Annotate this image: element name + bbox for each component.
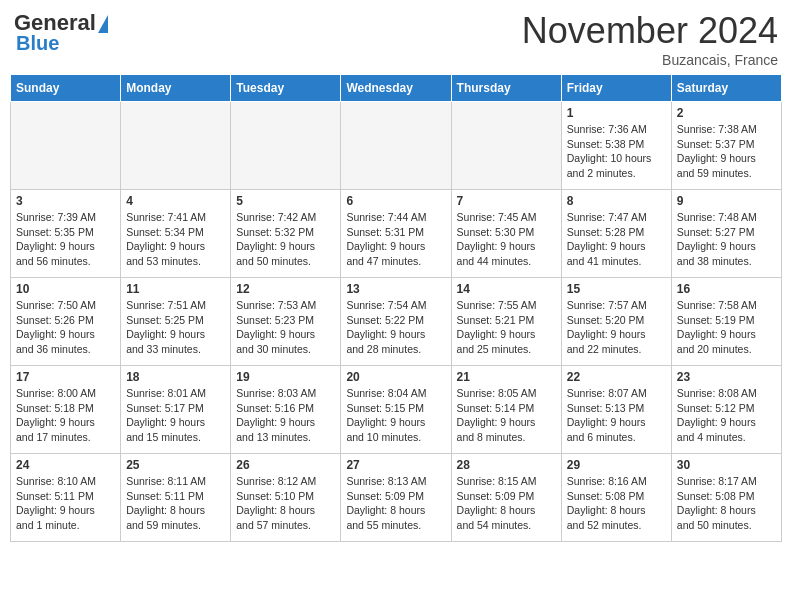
day-number: 25 [126,458,225,472]
header-cell-sunday: Sunday [11,75,121,102]
day-number: 2 [677,106,776,120]
day-info: Sunrise: 8:07 AM Sunset: 5:13 PM Dayligh… [567,386,666,445]
day-info: Sunrise: 7:44 AM Sunset: 5:31 PM Dayligh… [346,210,445,269]
day-number: 1 [567,106,666,120]
day-number: 18 [126,370,225,384]
day-number: 4 [126,194,225,208]
day-info: Sunrise: 8:12 AM Sunset: 5:10 PM Dayligh… [236,474,335,533]
month-title: November 2024 [522,10,778,52]
calendar-cell-0-3 [341,102,451,190]
week-row-1: 1Sunrise: 7:36 AM Sunset: 5:38 PM Daylig… [11,102,782,190]
day-info: Sunrise: 7:48 AM Sunset: 5:27 PM Dayligh… [677,210,776,269]
day-number: 21 [457,370,556,384]
day-info: Sunrise: 7:38 AM Sunset: 5:37 PM Dayligh… [677,122,776,181]
day-info: Sunrise: 7:54 AM Sunset: 5:22 PM Dayligh… [346,298,445,357]
day-info: Sunrise: 7:55 AM Sunset: 5:21 PM Dayligh… [457,298,556,357]
calendar-header: SundayMondayTuesdayWednesdayThursdayFrid… [11,75,782,102]
calendar-cell-4-5: 29Sunrise: 8:16 AM Sunset: 5:08 PM Dayli… [561,454,671,542]
day-number: 13 [346,282,445,296]
day-info: Sunrise: 8:05 AM Sunset: 5:14 PM Dayligh… [457,386,556,445]
calendar-cell-2-0: 10Sunrise: 7:50 AM Sunset: 5:26 PM Dayli… [11,278,121,366]
day-info: Sunrise: 7:53 AM Sunset: 5:23 PM Dayligh… [236,298,335,357]
day-info: Sunrise: 7:36 AM Sunset: 5:38 PM Dayligh… [567,122,666,181]
logo: General Blue [14,10,108,55]
calendar-cell-2-1: 11Sunrise: 7:51 AM Sunset: 5:25 PM Dayli… [121,278,231,366]
day-number: 26 [236,458,335,472]
calendar-cell-0-2 [231,102,341,190]
calendar-cell-2-4: 14Sunrise: 7:55 AM Sunset: 5:21 PM Dayli… [451,278,561,366]
day-number: 3 [16,194,115,208]
calendar-cell-2-2: 12Sunrise: 7:53 AM Sunset: 5:23 PM Dayli… [231,278,341,366]
day-number: 10 [16,282,115,296]
day-info: Sunrise: 7:42 AM Sunset: 5:32 PM Dayligh… [236,210,335,269]
day-number: 30 [677,458,776,472]
calendar-cell-4-1: 25Sunrise: 8:11 AM Sunset: 5:11 PM Dayli… [121,454,231,542]
day-info: Sunrise: 7:57 AM Sunset: 5:20 PM Dayligh… [567,298,666,357]
day-number: 19 [236,370,335,384]
calendar-body: 1Sunrise: 7:36 AM Sunset: 5:38 PM Daylig… [11,102,782,542]
calendar-cell-3-4: 21Sunrise: 8:05 AM Sunset: 5:14 PM Dayli… [451,366,561,454]
calendar-cell-4-3: 27Sunrise: 8:13 AM Sunset: 5:09 PM Dayli… [341,454,451,542]
day-info: Sunrise: 7:58 AM Sunset: 5:19 PM Dayligh… [677,298,776,357]
calendar-cell-3-6: 23Sunrise: 8:08 AM Sunset: 5:12 PM Dayli… [671,366,781,454]
day-number: 6 [346,194,445,208]
calendar-cell-3-5: 22Sunrise: 8:07 AM Sunset: 5:13 PM Dayli… [561,366,671,454]
header-cell-monday: Monday [121,75,231,102]
calendar-cell-1-6: 9Sunrise: 7:48 AM Sunset: 5:27 PM Daylig… [671,190,781,278]
day-number: 17 [16,370,115,384]
day-number: 11 [126,282,225,296]
title-section: November 2024 Buzancais, France [522,10,778,68]
calendar-cell-1-2: 5Sunrise: 7:42 AM Sunset: 5:32 PM Daylig… [231,190,341,278]
week-row-2: 3Sunrise: 7:39 AM Sunset: 5:35 PM Daylig… [11,190,782,278]
day-info: Sunrise: 7:45 AM Sunset: 5:30 PM Dayligh… [457,210,556,269]
calendar-cell-1-1: 4Sunrise: 7:41 AM Sunset: 5:34 PM Daylig… [121,190,231,278]
day-info: Sunrise: 7:51 AM Sunset: 5:25 PM Dayligh… [126,298,225,357]
calendar-cell-2-5: 15Sunrise: 7:57 AM Sunset: 5:20 PM Dayli… [561,278,671,366]
week-row-4: 17Sunrise: 8:00 AM Sunset: 5:18 PM Dayli… [11,366,782,454]
calendar-cell-1-3: 6Sunrise: 7:44 AM Sunset: 5:31 PM Daylig… [341,190,451,278]
day-info: Sunrise: 8:04 AM Sunset: 5:15 PM Dayligh… [346,386,445,445]
calendar-cell-0-6: 2Sunrise: 7:38 AM Sunset: 5:37 PM Daylig… [671,102,781,190]
calendar-cell-1-0: 3Sunrise: 7:39 AM Sunset: 5:35 PM Daylig… [11,190,121,278]
day-number: 16 [677,282,776,296]
day-number: 22 [567,370,666,384]
day-number: 15 [567,282,666,296]
calendar-cell-4-0: 24Sunrise: 8:10 AM Sunset: 5:11 PM Dayli… [11,454,121,542]
day-info: Sunrise: 7:47 AM Sunset: 5:28 PM Dayligh… [567,210,666,269]
day-number: 5 [236,194,335,208]
day-number: 28 [457,458,556,472]
calendar-cell-3-0: 17Sunrise: 8:00 AM Sunset: 5:18 PM Dayli… [11,366,121,454]
calendar-cell-2-3: 13Sunrise: 7:54 AM Sunset: 5:22 PM Dayli… [341,278,451,366]
day-number: 14 [457,282,556,296]
header-cell-tuesday: Tuesday [231,75,341,102]
day-number: 8 [567,194,666,208]
day-info: Sunrise: 8:16 AM Sunset: 5:08 PM Dayligh… [567,474,666,533]
day-info: Sunrise: 8:03 AM Sunset: 5:16 PM Dayligh… [236,386,335,445]
day-info: Sunrise: 8:01 AM Sunset: 5:17 PM Dayligh… [126,386,225,445]
day-info: Sunrise: 8:00 AM Sunset: 5:18 PM Dayligh… [16,386,115,445]
day-number: 23 [677,370,776,384]
calendar-cell-1-4: 7Sunrise: 7:45 AM Sunset: 5:30 PM Daylig… [451,190,561,278]
day-info: Sunrise: 8:13 AM Sunset: 5:09 PM Dayligh… [346,474,445,533]
day-info: Sunrise: 7:39 AM Sunset: 5:35 PM Dayligh… [16,210,115,269]
calendar-cell-0-1 [121,102,231,190]
calendar-cell-4-4: 28Sunrise: 8:15 AM Sunset: 5:09 PM Dayli… [451,454,561,542]
calendar-cell-3-1: 18Sunrise: 8:01 AM Sunset: 5:17 PM Dayli… [121,366,231,454]
page-header: General Blue November 2024 Buzancais, Fr… [10,10,782,68]
day-number: 9 [677,194,776,208]
day-number: 7 [457,194,556,208]
day-info: Sunrise: 8:11 AM Sunset: 5:11 PM Dayligh… [126,474,225,533]
day-info: Sunrise: 7:50 AM Sunset: 5:26 PM Dayligh… [16,298,115,357]
header-cell-wednesday: Wednesday [341,75,451,102]
day-info: Sunrise: 8:10 AM Sunset: 5:11 PM Dayligh… [16,474,115,533]
calendar-cell-3-3: 20Sunrise: 8:04 AM Sunset: 5:15 PM Dayli… [341,366,451,454]
header-cell-friday: Friday [561,75,671,102]
calendar-cell-4-6: 30Sunrise: 8:17 AM Sunset: 5:08 PM Dayli… [671,454,781,542]
day-info: Sunrise: 7:41 AM Sunset: 5:34 PM Dayligh… [126,210,225,269]
day-info: Sunrise: 8:17 AM Sunset: 5:08 PM Dayligh… [677,474,776,533]
day-number: 27 [346,458,445,472]
header-cell-thursday: Thursday [451,75,561,102]
day-info: Sunrise: 8:15 AM Sunset: 5:09 PM Dayligh… [457,474,556,533]
calendar-cell-1-5: 8Sunrise: 7:47 AM Sunset: 5:28 PM Daylig… [561,190,671,278]
logo-blue: Blue [16,32,59,55]
